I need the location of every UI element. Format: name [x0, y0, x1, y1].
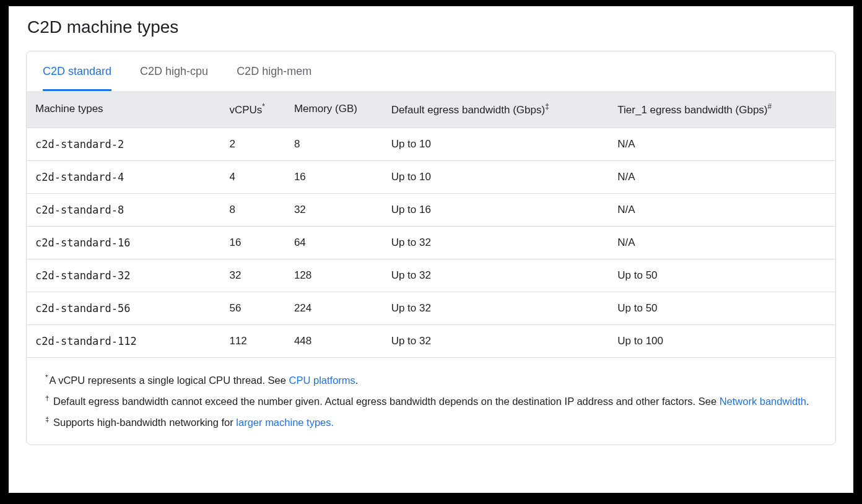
- footnote-marker: †: [45, 394, 49, 402]
- cell-default_egress: Up to 32: [383, 292, 609, 324]
- footnotes: *A vCPU represents a single logical CPU …: [27, 358, 835, 445]
- cell-memory: 16: [285, 160, 383, 193]
- cell-vcpus: 56: [220, 292, 285, 324]
- table-row: c2d-standard-161664Up to 32N/A: [27, 226, 835, 259]
- machine-types-panel: C2D standardC2D high-cpuC2D high-mem Mac…: [26, 51, 836, 445]
- cell-tier1_egress: Up to 50: [609, 259, 835, 292]
- footnote-vcpu: *A vCPU represents a single logical CPU …: [45, 371, 817, 389]
- larger-machine-types-link[interactable]: larger machine types.: [236, 417, 334, 428]
- table-row: c2d-standard-228Up to 10N/A: [27, 128, 835, 160]
- cell-memory: 8: [285, 128, 383, 160]
- column-label: Tier_1 egress bandwidth (Gbps): [617, 104, 767, 116]
- column-label: Default egress bandwidth (Gbps): [391, 104, 546, 116]
- cell-default_egress: Up to 32: [383, 259, 609, 292]
- footnote-text: .: [355, 375, 359, 386]
- table-row: c2d-standard-4416Up to 10N/A: [27, 160, 835, 193]
- cell-memory: 128: [285, 259, 383, 292]
- cell-vcpus: 2: [220, 128, 285, 160]
- cell-memory: 448: [285, 324, 383, 357]
- footnote-text: Supports high-bandwidth networking for: [50, 417, 236, 428]
- cell-name: c2d-standard-8: [27, 193, 220, 226]
- cell-default_egress: Up to 10: [383, 160, 609, 193]
- cell-default_egress: Up to 32: [383, 324, 609, 357]
- table-row: c2d-standard-3232128Up to 32Up to 50: [27, 259, 835, 292]
- cell-name: c2d-standard-32: [27, 259, 220, 292]
- footnote-text: Default egress bandwidth cannot exceed t…: [50, 396, 719, 407]
- tab-c2d-standard[interactable]: C2D standard: [43, 51, 111, 91]
- column-label: Machine types: [35, 103, 103, 115]
- cell-vcpus: 112: [220, 324, 285, 357]
- table-row: c2d-standard-8832Up to 16N/A: [27, 193, 835, 226]
- cell-default_egress: Up to 16: [383, 193, 609, 226]
- cell-tier1_egress: N/A: [609, 128, 835, 160]
- footnote-marker: *: [45, 373, 48, 381]
- table-header-row: Machine typesvCPUs*Memory (GB)Default eg…: [27, 91, 835, 128]
- cell-vcpus: 8: [220, 193, 285, 226]
- page-title: C2D machine types: [27, 17, 836, 37]
- column-sup: *: [262, 102, 265, 111]
- column-header: Memory (GB): [285, 91, 383, 128]
- cell-vcpus: 16: [220, 226, 285, 259]
- column-sup: ‡: [545, 102, 549, 111]
- cell-default_egress: Up to 10: [383, 128, 609, 160]
- column-header: Default egress bandwidth (Gbps)‡: [383, 91, 609, 128]
- table-row: c2d-standard-112112448Up to 32Up to 100: [27, 324, 835, 357]
- cell-vcpus: 4: [220, 160, 285, 193]
- cell-name: c2d-standard-56: [27, 292, 220, 324]
- cell-name: c2d-standard-4: [27, 160, 220, 193]
- column-label: Memory (GB): [294, 103, 357, 115]
- column-label: vCPUs: [229, 104, 262, 116]
- footnote-marker: ‡: [45, 415, 49, 423]
- cell-name: c2d-standard-16: [27, 226, 220, 259]
- footnote-tier1-egress: ‡ Supports high-bandwidth networking for…: [45, 414, 817, 431]
- cell-memory: 224: [285, 292, 383, 324]
- tab-c2d-high-cpu[interactable]: C2D high-cpu: [140, 51, 208, 91]
- table-body: c2d-standard-228Up to 10N/Ac2d-standard-…: [27, 128, 835, 357]
- cell-tier1_egress: N/A: [609, 160, 835, 193]
- footnote-text: A vCPU represents a single logical CPU t…: [50, 375, 289, 386]
- footnote-default-egress: † Default egress bandwidth cannot exceed…: [45, 393, 817, 410]
- column-header: Tier_1 egress bandwidth (Gbps)#: [609, 91, 835, 128]
- cell-tier1_egress: N/A: [609, 193, 835, 226]
- network-bandwidth-link[interactable]: Network bandwidth: [720, 396, 806, 407]
- column-sup: #: [768, 102, 772, 111]
- cell-memory: 64: [285, 226, 383, 259]
- tabs: C2D standardC2D high-cpuC2D high-mem: [27, 51, 835, 91]
- cell-memory: 32: [285, 193, 383, 226]
- cell-name: c2d-standard-112: [27, 324, 220, 357]
- cpu-platforms-link[interactable]: CPU platforms: [289, 375, 355, 386]
- cell-tier1_egress: Up to 100: [609, 324, 835, 357]
- cell-tier1_egress: Up to 50: [609, 292, 835, 324]
- tab-c2d-high-mem[interactable]: C2D high-mem: [237, 51, 311, 91]
- table-row: c2d-standard-5656224Up to 32Up to 50: [27, 292, 835, 324]
- column-header: Machine types: [27, 91, 220, 128]
- cell-vcpus: 32: [220, 259, 285, 292]
- cell-default_egress: Up to 32: [383, 226, 609, 259]
- column-header: vCPUs*: [220, 91, 285, 128]
- cell-tier1_egress: N/A: [609, 226, 835, 259]
- machine-types-table: Machine typesvCPUs*Memory (GB)Default eg…: [27, 91, 835, 358]
- cell-name: c2d-standard-2: [27, 128, 220, 160]
- footnote-text: .: [806, 396, 809, 407]
